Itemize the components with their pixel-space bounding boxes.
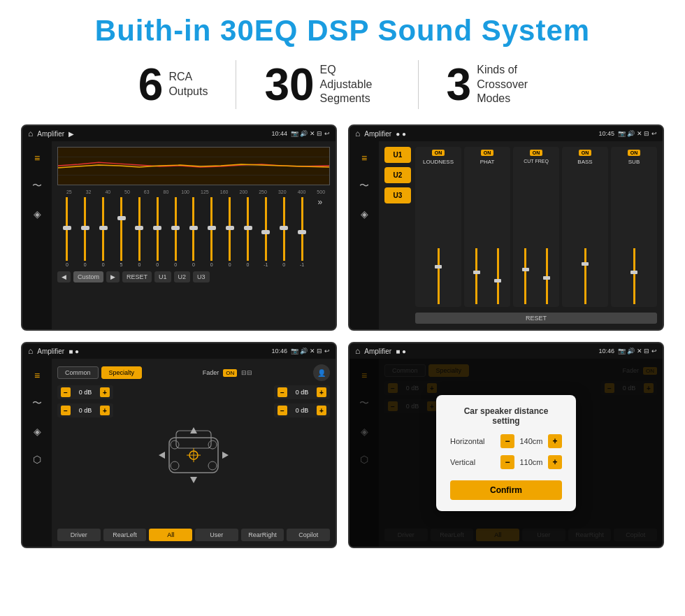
eq-bottom-bar: ◀ Custom ▶ RESET U1 U2 U3: [57, 271, 330, 282]
crossover-reset-button[interactable]: RESET: [415, 313, 657, 324]
btn-copilot[interactable]: Copilot: [287, 529, 330, 541]
stat-label-eq: EQ AdjustableSegments: [320, 63, 390, 106]
btn-rearleft[interactable]: RearLeft: [103, 529, 147, 541]
fader-side-icons: ≡ 〜 ◈ ⬡: [22, 359, 52, 547]
fader-minus-2[interactable]: −: [61, 406, 71, 415]
eq-slider-5[interactable]: 0: [131, 197, 147, 267]
eq-reset-button[interactable]: RESET: [122, 271, 152, 282]
crossover-u1[interactable]: U1: [384, 147, 411, 163]
eq-slider-2[interactable]: 0: [77, 197, 94, 267]
modal-vertical-label: Vertical: [450, 458, 475, 466]
eq-u3-button[interactable]: U3: [193, 271, 210, 282]
crossover-u-buttons: U1 U2 U3: [384, 147, 411, 324]
modal-horizontal-minus[interactable]: −: [500, 434, 514, 448]
bass-slider[interactable]: [565, 248, 605, 304]
eq-prev-button[interactable]: ◀: [57, 271, 71, 282]
modal-screen: ⌂ Amplifier ■ ● 10:46 📷 🔊 ✕ ⊟ ↩ ≡ 〜 ◈ ⬡: [348, 342, 664, 548]
home-icon: ⌂: [28, 129, 33, 138]
eq-slider-9[interactable]: 0: [203, 197, 220, 267]
eq-u1-button[interactable]: U1: [154, 271, 171, 282]
eq-play-icon: ▶: [68, 130, 74, 138]
fader-profile-icon[interactable]: 👤: [313, 364, 330, 381]
fader-minus-1[interactable]: −: [61, 387, 71, 397]
channel-bass: ON BASS: [562, 147, 608, 307]
fader-plus-3[interactable]: +: [317, 387, 326, 397]
svg-marker-15: [159, 452, 165, 459]
crossover-icon-eq[interactable]: ≡: [354, 148, 374, 168]
fader-icon-wave[interactable]: 〜: [27, 394, 47, 413]
modal-vertical-plus[interactable]: +: [548, 455, 562, 469]
eq-app-title: Amplifier: [37, 130, 64, 138]
eq-slider-7[interactable]: 0: [167, 197, 184, 267]
fader-icon-eq[interactable]: ≡: [27, 366, 47, 385]
eq-sliders: 0 0 0 5: [57, 197, 330, 267]
eq-slider-13[interactable]: 0: [275, 197, 292, 267]
modal-dialog-title: Car speaker distance setting: [450, 406, 562, 426]
crossover-android-bar: ⌂ Amplifier ● ● 10:45 📷 🔊 ✕ ⊟ ↩: [349, 126, 663, 141]
phat-slider[interactable]: [467, 248, 486, 304]
cutfreq-slider2[interactable]: [538, 248, 557, 304]
fader-time: 10:46: [271, 348, 287, 354]
modal-horizontal-plus[interactable]: +: [548, 434, 562, 448]
eq-slider-6[interactable]: 0: [149, 197, 166, 267]
fader-minus-3[interactable]: −: [277, 387, 287, 397]
fader-tab-specialty[interactable]: Specialty: [101, 366, 143, 379]
cutfreq-slider1[interactable]: [516, 248, 535, 304]
eq-slider-10[interactable]: 0: [222, 197, 238, 267]
eq-icon-eq[interactable]: ≡: [27, 148, 47, 168]
loudness-slider[interactable]: [418, 248, 459, 304]
eq-slider-8[interactable]: 0: [185, 197, 202, 267]
modal-vertical-value: 110cm: [517, 458, 545, 466]
fader-main-area: − 0 dB + − 0 dB +: [57, 385, 330, 524]
eq-slider-expand[interactable]: »: [312, 197, 329, 267]
crossover-channels-area: ON LOUDNESS: [415, 147, 657, 324]
stat-number-eq: 30: [264, 62, 314, 107]
crossover-time: 10:45: [598, 130, 614, 137]
eq-slider-11[interactable]: 0: [240, 197, 257, 267]
svg-point-9: [171, 440, 179, 449]
eq-play-button[interactable]: ▶: [106, 271, 120, 282]
eq-u2-button[interactable]: U2: [174, 271, 191, 282]
fader-plus-4[interactable]: +: [317, 406, 326, 415]
fader-icon-speaker[interactable]: ◈: [27, 422, 47, 441]
modal-vertical-row: Vertical − 110cm +: [450, 455, 562, 469]
fader-db-value-4: 0 dB: [289, 407, 315, 414]
fader-minus-4[interactable]: −: [277, 406, 287, 415]
phat-slider2[interactable]: [489, 248, 508, 304]
btn-user[interactable]: User: [195, 529, 238, 541]
page-title: Buith-in 30EQ DSP Sound System: [21, 14, 664, 48]
crossover-u2[interactable]: U2: [384, 167, 411, 183]
fader-slider-icon: ⊟⊟: [241, 369, 252, 376]
eq-custom-button[interactable]: Custom: [73, 271, 103, 282]
eq-slider-4[interactable]: 5: [113, 197, 130, 267]
eq-slider-1[interactable]: 0: [59, 197, 75, 267]
crossover-u3[interactable]: U3: [384, 187, 411, 203]
stat-rca: 6 RCAOutputs: [110, 62, 236, 107]
modal-vertical-minus[interactable]: −: [500, 455, 514, 469]
fader-tab-common[interactable]: Common: [57, 366, 99, 379]
fader-text: Fader: [203, 369, 219, 376]
fader-plus-2[interactable]: +: [100, 406, 110, 415]
modal-confirm-button[interactable]: Confirm: [450, 480, 562, 500]
channel-cutfreq: ON CUT FREQ: [513, 147, 559, 307]
fader-icon-arrows[interactable]: ⬡: [27, 450, 47, 469]
crossover-icon-speaker[interactable]: ◈: [354, 204, 374, 224]
channel-phat: ON PHAT: [464, 147, 510, 307]
eq-icon-speaker[interactable]: ◈: [27, 204, 47, 224]
eq-slider-14[interactable]: -1: [294, 197, 310, 267]
crossover-icon-wave[interactable]: 〜: [354, 176, 374, 196]
eq-graph: [57, 147, 330, 185]
fader-label-area: Fader ON ⊟⊟: [203, 369, 253, 377]
btn-driver[interactable]: Driver: [57, 529, 101, 541]
crossover-screen-body: ≡ 〜 ◈ U1 U2 U3: [349, 141, 663, 329]
fader-plus-1[interactable]: +: [100, 387, 110, 397]
eq-slider-12[interactable]: -1: [257, 197, 274, 267]
modal-horizontal-control: − 140cm +: [500, 434, 562, 448]
btn-rearright[interactable]: RearRight: [241, 529, 284, 541]
eq-slider-3[interactable]: 0: [95, 197, 112, 267]
btn-all[interactable]: All: [149, 529, 192, 541]
sub-slider[interactable]: [614, 248, 654, 304]
eq-content: 25 32 40 50 63 80 100 125 160 200 250 32…: [52, 141, 336, 329]
eq-icon-wave[interactable]: 〜: [27, 176, 47, 196]
fader-on-badge: ON: [223, 369, 237, 377]
